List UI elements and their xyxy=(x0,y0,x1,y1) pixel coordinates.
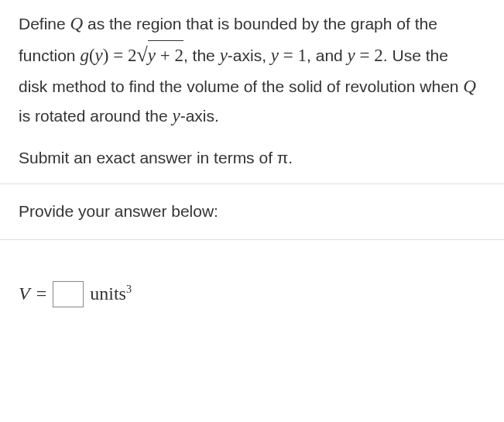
variable-Q: Q xyxy=(70,14,84,33)
variable-V: V xyxy=(19,279,30,310)
variable-y: y xyxy=(348,46,355,65)
constant-2: 2 xyxy=(174,46,183,65)
units-exponent: 3 xyxy=(126,283,132,295)
text-segment: , the xyxy=(183,46,220,64)
text-segment: -axis, xyxy=(228,46,271,64)
text-segment: . xyxy=(288,149,293,166)
text-segment: Define xyxy=(19,15,70,33)
variable-y: y xyxy=(271,46,279,65)
divider xyxy=(0,239,504,240)
variable-y: y xyxy=(148,46,156,65)
sqrt-expression: √y + 2 xyxy=(136,39,183,72)
equals: = xyxy=(36,279,47,310)
variable-y: y xyxy=(220,46,228,65)
sqrt-radicand: y + 2 xyxy=(148,40,183,70)
function-g: g xyxy=(80,46,89,65)
variable-y: y xyxy=(95,46,103,65)
text-segment: is rotated around the xyxy=(19,107,172,125)
pi-symbol: π xyxy=(277,149,289,166)
equals: = xyxy=(355,46,374,65)
text-segment: Submit an exact answer in terms of xyxy=(19,149,277,166)
variable-Q: Q xyxy=(463,77,476,96)
units-text: units xyxy=(90,283,126,304)
units-label: units3 xyxy=(90,279,132,310)
problem-statement: Define Q as the region that is bounded b… xyxy=(19,9,481,131)
equals: = xyxy=(279,46,297,65)
answer-input[interactable] xyxy=(53,281,84,307)
equals: = xyxy=(108,46,127,65)
text-segment: -axis. xyxy=(180,107,219,125)
coefficient-2: 2 xyxy=(128,46,137,65)
answer-prompt-section: Provide your answer below: xyxy=(19,184,481,239)
instruction-text: Submit an exact answer in terms of π. xyxy=(19,145,481,172)
answer-row: V = units3 xyxy=(19,279,481,310)
plus: + xyxy=(156,46,174,65)
answer-prompt-label: Provide your answer below: xyxy=(19,202,218,220)
paren-open: ( xyxy=(89,46,95,65)
sqrt-radical-icon: √ xyxy=(136,43,147,66)
variable-y: y xyxy=(172,106,180,125)
constant-1: 1 xyxy=(298,46,307,65)
constant-2: 2 xyxy=(374,46,383,65)
text-segment: , and xyxy=(307,46,348,64)
